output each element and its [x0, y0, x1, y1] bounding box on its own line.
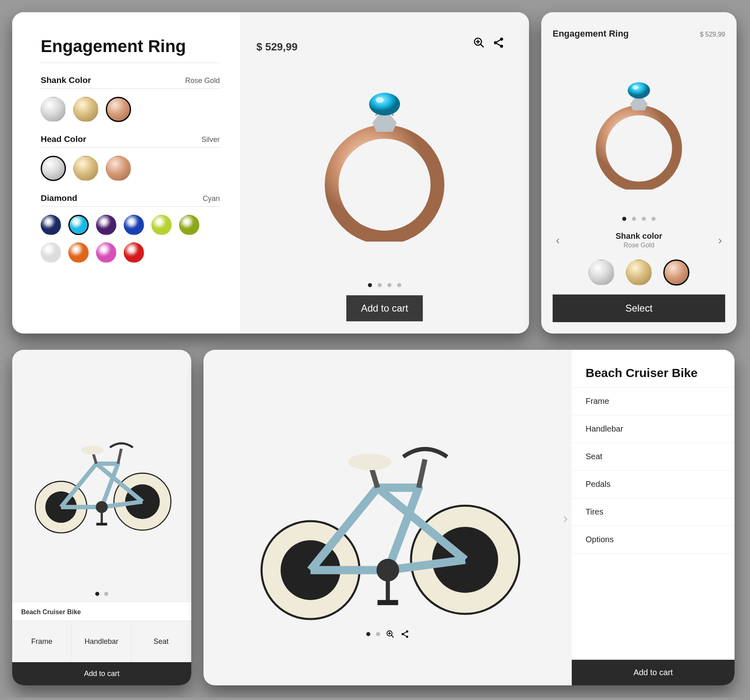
color-swatch-gold[interactable]: [73, 97, 98, 122]
color-swatch-rose[interactable]: [106, 156, 131, 181]
chevron-left-icon[interactable]: ‹: [553, 234, 563, 247]
config-section-tires[interactable]: Tires: [572, 498, 735, 526]
svg-point-10: [601, 110, 677, 186]
config-section-seat[interactable]: Seat: [572, 443, 735, 471]
svg-line-29: [419, 459, 425, 488]
option-label: Head Color: [41, 134, 86, 144]
chevron-right-icon[interactable]: ›: [715, 234, 725, 247]
svg-line-27: [371, 467, 377, 488]
add-to-cart-button[interactable]: Add to cart: [12, 662, 191, 685]
product-image[interactable]: [260, 28, 509, 280]
option-value: Silver: [201, 135, 220, 144]
diamond-swatch-cyan[interactable]: [68, 215, 89, 235]
color-swatch-rose[interactable]: [106, 97, 131, 122]
diamond-swatch-navy[interactable]: [41, 215, 61, 235]
product-price: $ 529,99: [256, 41, 297, 53]
svg-point-20: [96, 501, 107, 513]
svg-point-5: [494, 41, 497, 44]
color-swatch-gold[interactable]: [73, 156, 98, 181]
bike-configurator-desktop: › Beach Cruiser Bike FrameHandlebarSeatP…: [203, 350, 735, 685]
svg-point-38: [401, 633, 404, 635]
svg-point-11: [628, 82, 650, 98]
svg-point-37: [406, 630, 408, 632]
config-section-handlebar[interactable]: Handlebar: [572, 415, 735, 443]
diamond-swatch-olive[interactable]: [179, 215, 199, 235]
zoom-in-icon[interactable]: [473, 37, 485, 49]
product-title: Beach Cruiser Bike: [21, 608, 182, 616]
add-to-cart-button[interactable]: Add to cart: [346, 295, 423, 321]
svg-line-17: [93, 453, 96, 464]
bike-preview: [203, 350, 572, 685]
color-swatch-silver[interactable]: [41, 97, 66, 122]
diamond-swatch-clear[interactable]: [41, 242, 61, 263]
config-section-frame[interactable]: Frame: [572, 388, 735, 415]
svg-line-34: [391, 635, 394, 637]
svg-point-12: [632, 85, 638, 89]
svg-point-39: [406, 635, 408, 638]
product-title: Engagement Ring: [41, 37, 220, 63]
svg-point-28: [348, 454, 391, 470]
svg-point-18: [81, 446, 104, 454]
product-image[interactable]: [12, 350, 191, 589]
svg-point-30: [376, 558, 399, 581]
carousel-dot-icon[interactable]: [376, 632, 380, 636]
bike-options-panel: Beach Cruiser Bike FrameHandlebarSeatPed…: [572, 350, 735, 685]
chevron-right-icon[interactable]: ›: [563, 510, 568, 526]
svg-rect-31: [385, 580, 389, 601]
diamond-swatch-lime[interactable]: [151, 215, 172, 235]
diamond-swatch-blue[interactable]: [124, 215, 144, 235]
color-swatch-rose[interactable]: [663, 260, 689, 286]
diamond-swatch-orange[interactable]: [68, 242, 89, 263]
svg-point-7: [332, 132, 437, 238]
select-button[interactable]: Select: [553, 294, 725, 322]
ring-configurator-mobile: Engagement Ring $ 529,99 ‹ Shank color R…: [541, 12, 737, 334]
carousel-dot-icon[interactable]: [366, 632, 370, 636]
svg-rect-32: [377, 600, 398, 605]
svg-line-1: [481, 44, 484, 48]
svg-rect-22: [96, 523, 107, 526]
carousel-dots[interactable]: [12, 592, 191, 596]
product-title: Beach Cruiser Bike: [572, 350, 735, 388]
ring-configurator-tablet: Engagement Ring Shank Color Rose Gold He…: [12, 12, 529, 334]
share-icon[interactable]: [400, 630, 409, 639]
add-to-cart-button[interactable]: Add to cart: [572, 660, 735, 685]
option-label: Diamond: [41, 193, 77, 203]
option-shank: Shank Color Rose Gold: [41, 75, 220, 122]
config-section-pedals[interactable]: Pedals: [572, 471, 735, 498]
ring-options-panel: Engagement Ring Shank Color Rose Gold He…: [12, 12, 240, 334]
zoom-in-icon[interactable]: [386, 630, 395, 639]
color-swatch-silver[interactable]: [588, 260, 614, 286]
bike-configurator-mobile: Beach Cruiser Bike FrameHandlebarSeat Ad…: [12, 350, 191, 685]
svg-line-19: [118, 449, 121, 464]
diamond-swatch-purple[interactable]: [96, 215, 116, 235]
color-swatch-silver[interactable]: [41, 156, 66, 181]
option-head: Head Color Silver: [41, 134, 220, 181]
option-label: Shank color: [616, 231, 662, 241]
product-title: Engagement Ring: [553, 28, 629, 39]
ring-preview-panel: $ 529,99: [240, 12, 529, 334]
config-section-options[interactable]: Options: [572, 526, 735, 554]
diamond-swatch-red[interactable]: [124, 242, 144, 263]
product-price: $ 529,99: [700, 31, 725, 38]
svg-point-8: [369, 93, 400, 116]
svg-point-9: [376, 97, 384, 103]
svg-point-4: [500, 38, 503, 41]
option-value: Rose Gold: [185, 76, 220, 85]
config-tab-frame[interactable]: Frame: [12, 621, 72, 662]
option-value: Rose Gold: [616, 242, 662, 249]
current-option: Shank color Rose Gold: [616, 231, 662, 249]
carousel-dots[interactable]: [553, 217, 725, 221]
option-label: Shank Color: [41, 75, 91, 85]
carousel-dots[interactable]: [260, 283, 509, 287]
config-tab-seat[interactable]: Seat: [131, 621, 191, 662]
svg-point-6: [500, 45, 503, 48]
svg-rect-21: [101, 512, 103, 523]
share-icon[interactable]: [492, 37, 505, 49]
config-tab-handlebar[interactable]: Handlebar: [72, 621, 132, 662]
diamond-swatch-pink[interactable]: [96, 242, 116, 263]
option-diamond: Diamond Cyan: [41, 193, 220, 263]
color-swatch-gold[interactable]: [626, 260, 652, 286]
option-value: Cyan: [203, 194, 220, 203]
product-image[interactable]: [233, 397, 542, 625]
product-image[interactable]: [553, 43, 725, 209]
